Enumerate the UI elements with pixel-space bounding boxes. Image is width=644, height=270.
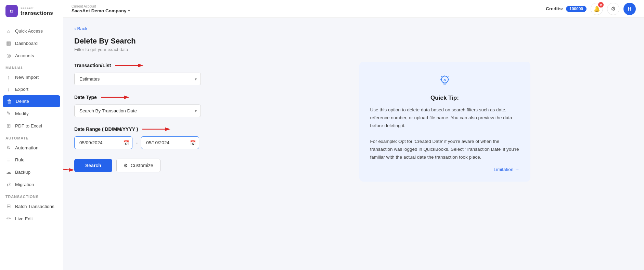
tip-body: Use this option to delete data based on … — [370, 106, 519, 161]
sidebar-item-export[interactable]: ↓ Export — [0, 83, 63, 95]
logo-text: saasant transactions — [21, 7, 53, 16]
page-title: Delete By Search — [74, 37, 633, 46]
date-range-label: Date Range ( DD/MM/YYYY ) — [74, 125, 273, 133]
rule-icon: ≡ — [5, 157, 12, 163]
tip-lightbulb-icon — [438, 74, 452, 90]
credits-display: Credits: 100000 — [546, 6, 587, 12]
sidebar-item-new-import[interactable]: ↑ New Import — [0, 71, 63, 83]
chevron-left-icon: ‹ — [74, 26, 76, 31]
date-range-row: 📅 - 📅 — [74, 136, 199, 149]
notifications-button[interactable]: 🔔 0 — [591, 3, 603, 15]
logo-main-text: transactions — [21, 10, 53, 16]
sidebar-item-pdf-to-excel[interactable]: ⊞ PDF to Excel — [0, 120, 63, 132]
transactions-section-label: TRANSACTIONS — [0, 191, 63, 200]
date-type-label: Date Type — [74, 94, 273, 101]
live-edit-icon: ✏ — [5, 216, 12, 222]
customize-button[interactable]: ⚙ Customize — [116, 159, 160, 172]
transaction-list-label: Transaction/List — [74, 62, 273, 69]
account-label: Current Account — [72, 4, 130, 8]
svg-line-10 — [441, 76, 442, 77]
sidebar-item-delete[interactable]: 🗑 Delete — [3, 95, 60, 107]
sidebar-item-automation[interactable]: ↻ Automation — [0, 142, 63, 154]
sidebar-item-rule[interactable]: ≡ Rule — [0, 154, 63, 166]
sidebar-nav: ⌂ Quick Access ▦ Dashboard ◎ Accounts MA… — [0, 22, 63, 270]
date-from-input[interactable] — [74, 136, 132, 149]
date-separator: - — [136, 140, 138, 146]
transaction-list-select[interactable]: Estimates Invoices Bills Payments Journa… — [74, 73, 201, 85]
svg-line-15 — [444, 79, 445, 81]
modify-icon: ✎ — [5, 110, 12, 116]
sidebar-item-dashboard[interactable]: ▦ Dashboard — [0, 37, 63, 49]
date-range-arrow — [141, 125, 171, 133]
export-icon: ↓ — [5, 86, 12, 92]
limitation-link[interactable]: Limitation → — [493, 167, 519, 172]
header: Current Account SaasAnt Demo Company ▾ C… — [63, 0, 644, 18]
sidebar-item-migration[interactable]: ⇄ Migration — [0, 178, 63, 191]
sidebar-item-batch-transactions[interactable]: ⊟ Batch Transactions — [0, 200, 63, 212]
date-from-wrapper: 📅 — [74, 136, 132, 149]
delete-icon: 🗑 — [6, 98, 12, 104]
chevron-down-icon: ▾ — [128, 9, 130, 13]
quick-tip-card: Quick Tip: Use this option to delete dat… — [359, 62, 530, 182]
logo-icon: tr — [5, 5, 18, 17]
notification-badge: 0 — [598, 2, 604, 8]
customize-icon: ⚙ — [124, 163, 128, 168]
date-type-select[interactable]: Search By Transaction Date Search By Cre… — [74, 105, 201, 117]
pdf-icon: ⊞ — [5, 123, 12, 129]
transaction-list-group: Transaction/List — [74, 62, 273, 85]
page-subtitle: Filter to get your exact data — [74, 47, 633, 52]
content-grid: Transaction/List — [74, 62, 633, 182]
back-button[interactable]: ‹ Back — [74, 26, 88, 31]
transaction-list-arrow — [114, 62, 144, 69]
sidebar-item-accounts[interactable]: ◎ Accounts — [0, 49, 63, 62]
gear-icon: ⚙ — [611, 5, 616, 12]
search-button[interactable]: Search — [74, 159, 112, 172]
dashboard-icon: ▦ — [5, 40, 12, 46]
manual-section-label: MANUAL — [0, 62, 63, 71]
automate-section-label: AUTOMATE — [0, 132, 63, 142]
svg-line-9 — [448, 76, 448, 77]
sidebar-item-backup[interactable]: ☁ Backup — [0, 166, 63, 178]
credits-badge: 100000 — [566, 6, 587, 12]
settings-button[interactable]: ⚙ — [607, 3, 619, 15]
tip-title: Quick Tip: — [430, 95, 459, 101]
date-type-group: Date Type Sear — [74, 94, 273, 117]
search-arrow — [63, 161, 74, 172]
account-name[interactable]: SaasAnt Demo Company ▾ — [72, 8, 130, 13]
accounts-icon: ◎ — [5, 52, 12, 59]
date-to-input[interactable] — [141, 136, 199, 149]
sidebar-item-live-edit[interactable]: ✏ Live Edit — [0, 212, 63, 225]
logo: tr saasant transactions — [0, 0, 63, 22]
logo-top-text: saasant — [21, 7, 53, 10]
backup-icon: ☁ — [5, 169, 12, 175]
svg-rect-14 — [443, 84, 446, 85]
date-range-group: Date Range ( DD/MM/YYYY ) — [74, 125, 273, 149]
migration-icon: ⇄ — [5, 181, 12, 187]
sidebar: tr saasant transactions ⌂ Quick Access ▦… — [0, 0, 63, 270]
account-info: Current Account SaasAnt Demo Company ▾ — [72, 4, 130, 13]
avatar[interactable]: H — [623, 3, 636, 15]
page-content: ‹ Back Delete By Search Filter to get yo… — [63, 18, 644, 270]
date-to-wrapper: 📅 — [141, 136, 199, 149]
sidebar-item-quick-access[interactable]: ⌂ Quick Access — [0, 25, 63, 37]
sidebar-item-modify[interactable]: ✎ Modify — [0, 107, 63, 120]
home-icon: ⌂ — [5, 28, 12, 34]
main-area: Current Account SaasAnt Demo Company ▾ C… — [63, 0, 644, 270]
svg-rect-13 — [443, 83, 447, 84]
form-area: Transaction/List — [74, 62, 273, 172]
automation-icon: ↻ — [5, 145, 12, 151]
date-type-arrow — [100, 94, 130, 101]
transaction-list-select-wrapper: Estimates Invoices Bills Payments Journa… — [74, 73, 201, 85]
batch-icon: ⊟ — [5, 203, 12, 209]
action-row: Search ⚙ Customize — [74, 159, 273, 172]
svg-line-16 — [445, 79, 446, 81]
date-type-select-wrapper: Search By Transaction Date Search By Cre… — [74, 105, 201, 117]
import-icon: ↑ — [5, 74, 12, 80]
